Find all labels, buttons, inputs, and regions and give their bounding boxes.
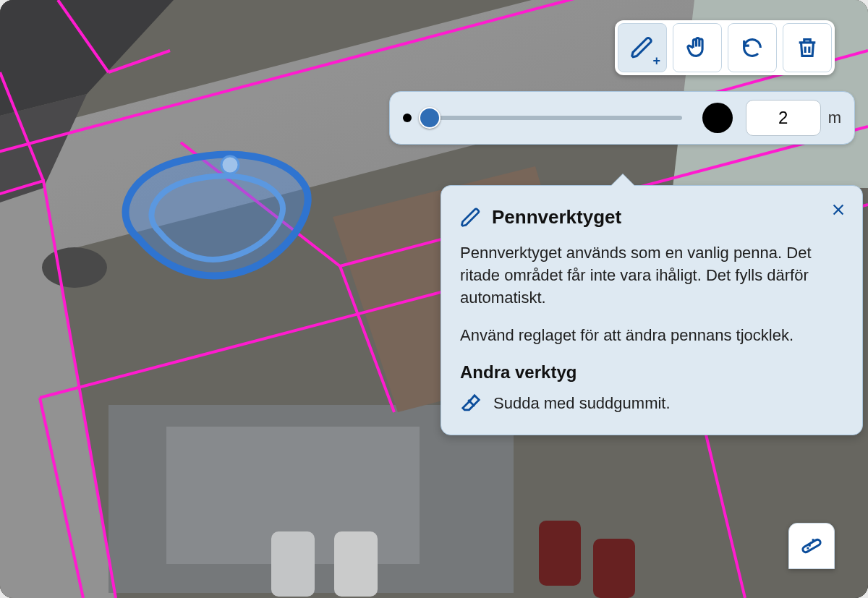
delete-button[interactable] [783,23,832,72]
pan-tool-button[interactable] [673,23,722,72]
map-viewport[interactable]: + m Pennverktyget Pennver [0,0,868,598]
undo-icon [740,35,765,60]
popover-body-1: Pennverktyget används som en vanlig penn… [460,242,843,309]
max-size-indicator [702,103,733,133]
stroke-size-input[interactable] [746,100,821,136]
popover-title-row: Pennverktyget [460,206,843,228]
popover-body-2: Använd reglaget för att ändra pennans tj… [460,324,843,346]
pencil-tool-button[interactable]: + [618,23,667,72]
measure-button[interactable] [788,523,835,569]
stroke-size-slider[interactable] [422,105,682,131]
drawing-toolbar: + [615,20,835,75]
eraser-tool-label: Sudda med suddgummit. [493,394,671,413]
eraser-tool-hint[interactable]: Sudda med suddgummit. [460,393,843,414]
min-size-indicator [403,114,412,122]
undo-button[interactable] [728,23,777,72]
slider-thumb[interactable] [419,107,441,129]
stroke-size-unit: m [828,108,841,127]
tool-help-popover: Pennverktyget Pennverktyget används som … [441,185,863,435]
trash-icon [795,35,820,60]
pencil-icon [460,207,482,228]
svg-point-15 [221,156,239,174]
popover-arrow [611,174,634,186]
other-tools-heading: Andra verktyg [460,362,843,383]
hand-icon [685,35,710,60]
plus-icon: + [652,54,660,67]
ruler-icon [800,534,823,558]
stroke-size-panel: m [389,91,855,145]
pencil-icon [630,35,655,60]
close-icon [830,202,846,218]
popover-close-button[interactable] [827,199,849,221]
eraser-icon [460,393,482,414]
popover-title: Pennverktyget [492,206,621,228]
svg-rect-16 [801,539,821,553]
